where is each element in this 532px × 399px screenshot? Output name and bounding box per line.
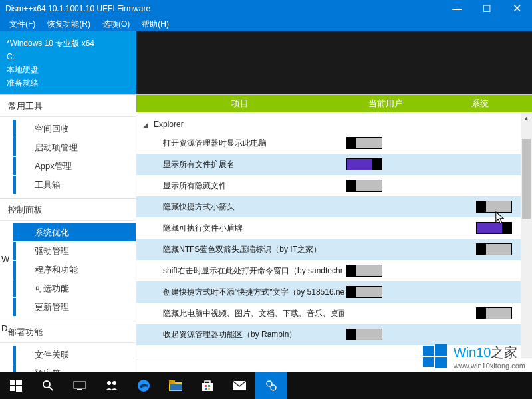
sidebar-group-deploy[interactable]: 部署功能	[0, 321, 136, 343]
system-toggle[interactable]	[476, 201, 512, 213]
sidebar-item-appx[interactable]: Appx管理	[13, 157, 136, 175]
setting-row: 隐藏可执行文件小盾牌	[136, 217, 532, 239]
taskview-button[interactable]	[64, 372, 96, 399]
col-item: 项目	[136, 95, 344, 112]
mail-button[interactable]	[223, 372, 255, 399]
scrollbar-thumb[interactable]	[522, 139, 531, 219]
user-toggle-cell	[344, 329, 428, 340]
sidebar-item-optimize[interactable]: 系统优化	[13, 223, 136, 241]
info-right-dark	[136, 31, 532, 94]
user-toggle[interactable]	[346, 265, 382, 277]
watermark: Win10之家 www.win10xitong.com	[422, 343, 525, 370]
section-explorer[interactable]: ◢ Explorer	[136, 116, 532, 132]
ready-status: 准备就绪	[7, 76, 130, 90]
menu-options[interactable]: 选项(O)	[97, 17, 135, 31]
svg-rect-11	[77, 389, 82, 390]
svg-rect-7	[16, 386, 22, 392]
svg-rect-2	[423, 357, 434, 367]
settings-rows: ◢ Explorer 打开资源管理器时显示此电脑显示所有文件扩展名显示所有隐藏文…	[136, 112, 532, 345]
user-toggle[interactable]	[346, 180, 382, 192]
user-toggle-cell	[344, 180, 428, 192]
sidebar-item-fileassoc[interactable]: 文件关联	[13, 346, 136, 364]
svg-rect-22	[208, 388, 210, 390]
system-toggle[interactable]	[476, 222, 512, 234]
edge-button[interactable]	[128, 372, 160, 399]
sidebar-item-space[interactable]: 空间回收	[13, 120, 136, 138]
menu-recover[interactable]: 恢复功能(R)	[42, 17, 96, 31]
people-icon	[105, 380, 118, 392]
expand-arrow-icon: ◢	[143, 121, 150, 128]
setting-label: 创建快捷方式时不添"快捷方式"文字（by 518516.ne	[136, 287, 344, 298]
menu-file[interactable]: 文件(F)	[4, 17, 41, 31]
disk-type: 本地硬盘	[7, 63, 130, 76]
sidebar-item-update[interactable]: 更新管理	[13, 298, 136, 316]
system-info-panel[interactable]: *Windows 10 专业版 x64 C: 本地硬盘 准备就绪	[0, 31, 136, 94]
user-toggle[interactable]	[346, 137, 382, 149]
setting-label: 隐藏可执行文件小盾牌	[136, 223, 344, 234]
people-button[interactable]	[96, 372, 128, 399]
window-title: Dism++x64 10.1.1001.10 UEFI Firmware	[5, 4, 442, 13]
store-button[interactable]	[192, 372, 223, 399]
col-system: 系统	[428, 95, 532, 112]
sidebar-item-startup[interactable]: 启动项管理	[13, 138, 136, 156]
system-toggle[interactable]	[476, 307, 512, 319]
explorer-button[interactable]	[160, 372, 192, 399]
search-button[interactable]	[32, 372, 64, 399]
setting-row: 隐藏NTFS蓝色双箭头压缩标识（by IT之家）	[136, 239, 532, 260]
setting-row: 隐藏快捷方式小箭头	[136, 196, 532, 217]
sidebar-group-tools[interactable]: 常用工具	[0, 95, 136, 117]
setting-label: 隐藏快捷方式小箭头	[136, 201, 344, 213]
setting-row: 显示所有隐藏文件	[136, 175, 532, 196]
setting-label: 隐藏NTFS蓝色双箭头压缩标识（by IT之家）	[136, 244, 344, 255]
svg-rect-20	[208, 385, 210, 387]
setting-row: shift右击时显示在此处打开命令窗口（by sandtechr	[136, 260, 532, 281]
setting-row: 打开资源管理器时显示此电脑	[136, 132, 532, 154]
system-toggle-cell	[428, 201, 532, 213]
minimize-button[interactable]: —	[442, 0, 472, 17]
sidebar-item-driver[interactable]: 驱动管理	[13, 242, 136, 260]
drive-letter: C:	[7, 50, 130, 63]
store-icon	[201, 380, 213, 392]
sidebar-item-answer[interactable]: 预应答	[13, 364, 136, 372]
svg-rect-10	[74, 382, 86, 388]
start-button[interactable]	[0, 372, 32, 399]
windows-start-icon	[10, 380, 22, 392]
desktop-letter-w: W	[1, 254, 9, 264]
user-toggle-cell	[344, 137, 428, 149]
system-toggle[interactable]	[476, 243, 512, 255]
maximize-button[interactable]: ☐	[472, 0, 502, 17]
user-toggle-cell	[344, 265, 428, 277]
user-toggle[interactable]	[346, 286, 382, 298]
system-toggle-cell	[428, 243, 532, 255]
watermark-brand2: 之家	[491, 345, 517, 360]
taskbar	[0, 372, 532, 399]
watermark-url: www.win10xitong.com	[454, 362, 525, 370]
sidebar-item-toolbox[interactable]: 工具箱	[13, 176, 136, 194]
setting-row: 创建快捷方式时不添"快捷方式"文字（by 518516.ne	[136, 281, 532, 303]
close-button[interactable]: ✕	[502, 0, 532, 17]
folder-icon	[169, 380, 182, 391]
os-name: *Windows 10 专业版 x64	[7, 37, 130, 50]
sidebar-item-optional[interactable]: 可选功能	[13, 279, 136, 297]
sidebar-group-control[interactable]: 控制面板	[0, 199, 136, 221]
vertical-scrollbar[interactable]: ▲ ▼	[521, 112, 532, 372]
setting-label: shift右击时显示在此处打开命令窗口（by sandtechr	[136, 265, 344, 277]
desktop-letter-d: D	[1, 323, 7, 333]
setting-label: 收起资源管理器功能区（by Rambin）	[136, 329, 344, 340]
svg-rect-3	[435, 357, 447, 368]
svg-rect-16	[169, 380, 175, 384]
menu-help[interactable]: 帮助(H)	[136, 17, 174, 31]
setting-row: 隐藏此电脑中视频、图片、文档、下载、音乐、桌面、	[136, 303, 532, 324]
user-toggle[interactable]	[346, 158, 382, 170]
svg-point-8	[43, 381, 50, 388]
svg-rect-18	[202, 383, 213, 391]
watermark-brand1: Win10	[454, 345, 491, 360]
setting-label: 隐藏此电脑中视频、图片、文档、下载、音乐、桌面、	[136, 308, 344, 319]
scroll-up-icon[interactable]: ▲	[521, 112, 532, 124]
main-area: 常用工具 空间回收 启动项管理 Appx管理 工具箱 控制面板 系统优化 驱动管…	[0, 94, 532, 372]
dism-taskbar-button[interactable]	[255, 372, 287, 399]
svg-point-25	[271, 385, 276, 390]
user-toggle[interactable]	[346, 329, 382, 340]
sidebar-item-programs[interactable]: 程序和功能	[13, 261, 136, 279]
system-info-bar: *Windows 10 专业版 x64 C: 本地硬盘 准备就绪	[0, 31, 532, 94]
